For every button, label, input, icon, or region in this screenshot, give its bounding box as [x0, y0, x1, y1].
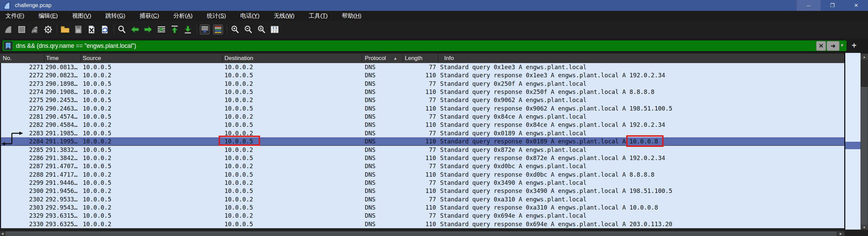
intelligent-scrollbar-minimap[interactable] [845, 53, 861, 230]
cell-dst: 10.0.0.5 [224, 171, 253, 179]
table-row[interactable]: 2287291.4707…10.0.0.510.0.0.2DNS77Standa… [1, 162, 844, 170]
colorize-toggle-icon[interactable] [213, 24, 223, 35]
scrollbar-corner [845, 230, 868, 236]
table-row[interactable]: 2276290.2463…10.0.0.210.0.0.5DNS110Stand… [1, 104, 844, 113]
cell-no: 2329 [1, 212, 43, 220]
packet-list[interactable]: 2271290.0813…10.0.0.510.0.0.2DNS77Standa… [0, 63, 844, 228]
table-row[interactable]: 2303292.9543…10.0.0.210.0.0.5DNS110Stand… [1, 203, 844, 212]
horizontal-scrollbar-thumb[interactable] [5, 232, 837, 236]
capture-restart-icon[interactable] [30, 24, 40, 35]
scroll-up-icon[interactable]: ▲ [861, 54, 868, 60]
file-save-icon[interactable] [73, 24, 83, 35]
table-row[interactable]: 2299291.9446…10.0.0.510.0.0.2DNS77Standa… [1, 179, 844, 187]
restore-button[interactable]: ❐ [821, 0, 844, 11]
minimize-button[interactable]: ─ [797, 0, 821, 11]
table-row[interactable]: 2288291.4717…10.0.0.210.0.0.5DNS110Stand… [1, 171, 844, 179]
cell-dst: 10.0.0.2 [224, 96, 253, 104]
column-header-protocol[interactable]: Protocol [365, 54, 386, 63]
table-row[interactable]: 2274290.1908…10.0.0.210.0.0.5DNS110Stand… [1, 88, 844, 96]
menu-item-5[interactable]: 分析(A) [169, 11, 197, 21]
menu-item-3[interactable]: 跳转(G) [101, 11, 130, 21]
cell-time: 290.0823… [45, 71, 78, 79]
cell-src: 10.0.0.5 [83, 113, 111, 121]
menu-item-10[interactable]: 帮助(H) [337, 11, 367, 21]
cell-dst: 10.0.0.2 [224, 146, 253, 154]
table-row[interactable]: 2285291.3832…10.0.0.510.0.0.2DNS77Standa… [1, 146, 844, 154]
scroll-left-icon[interactable]: ◀ [0, 231, 5, 236]
table-row[interactable]: 2271290.0813…10.0.0.510.0.0.2DNS77Standa… [1, 63, 844, 71]
table-row[interactable]: 2281290.4574…10.0.0.510.0.0.2DNS77Standa… [1, 113, 844, 121]
scroll-right-icon[interactable]: ▶ [837, 231, 844, 236]
vertical-scrollbar-thumb[interactable] [861, 87, 868, 225]
column-header-destination[interactable]: Destination [224, 54, 253, 63]
file-reload-icon[interactable] [100, 24, 110, 35]
table-row[interactable]: 2330293.6325…10.0.0.210.0.0.5DNS110Stand… [1, 220, 844, 228]
bookmark-icon[interactable] [4, 41, 13, 50]
cell-no: 2273 [1, 80, 43, 88]
cell-len: 77 [393, 96, 436, 104]
cell-src: 10.0.0.5 [83, 129, 111, 137]
zoom-in-icon[interactable] [230, 24, 240, 35]
table-row[interactable]: 2275290.2453…10.0.0.510.0.0.2DNS77Standa… [1, 96, 844, 104]
zoom-out-icon[interactable] [243, 24, 253, 35]
column-header-source[interactable]: Source [83, 54, 101, 63]
horizontal-scrollbar[interactable]: ◀ ▶ [0, 231, 868, 236]
menu-item-0[interactable]: 文件(F) [1, 11, 29, 21]
resize-columns-icon[interactable] [270, 24, 280, 35]
filter-dropdown-icon[interactable]: ▼ [840, 43, 844, 48]
cell-src: 10.0.0.2 [83, 71, 111, 79]
cell-dst: 10.0.0.2 [224, 195, 253, 203]
cell-dst: 10.0.0.5 [224, 88, 253, 96]
packet-list-header: No. Time Source Destination Protocol ▲ L… [0, 54, 844, 63]
column-header-no[interactable]: No. [3, 54, 12, 63]
menu-item-6[interactable]: 统计(S) [202, 11, 231, 21]
column-header-info[interactable]: Info [444, 54, 454, 63]
table-row[interactable]: 2300291.9456…10.0.0.210.0.0.5DNS110Stand… [1, 187, 844, 195]
column-header-length[interactable]: Length [405, 54, 422, 63]
display-filter-input[interactable]: dns && (dns.qry.name == "engws.plant.loc… [2, 40, 847, 52]
menu-item-7[interactable]: 电话(Y) [236, 11, 264, 21]
table-row[interactable]: 2286291.3842…10.0.0.210.0.0.5DNS110Stand… [1, 154, 844, 162]
cell-len: 110 [393, 171, 436, 179]
cell-no: 2303 [1, 203, 43, 212]
menu-item-4[interactable]: 捕获(C) [135, 11, 164, 21]
menu-item-1[interactable]: 编辑(E) [34, 11, 63, 21]
go-to-packet-icon[interactable] [156, 24, 166, 35]
filter-clear-icon[interactable]: ✕ [816, 41, 826, 51]
go-last-icon[interactable] [183, 24, 193, 35]
cell-proto: DNS [365, 121, 376, 129]
close-button[interactable]: ✕ [844, 0, 868, 11]
filter-expression: dns && (dns.qry.name == "engws.plant.loc… [16, 42, 136, 50]
scroll-down-icon[interactable]: ▼ [861, 225, 868, 230]
file-close-icon[interactable] [86, 24, 97, 35]
file-open-icon[interactable] [60, 24, 70, 35]
menu-item-8[interactable]: 无线(W) [269, 11, 299, 21]
capture-options-icon[interactable] [43, 24, 53, 35]
column-header-time[interactable]: Time [46, 54, 59, 63]
capture-start-icon[interactable] [3, 24, 14, 35]
table-row[interactable]: 2273290.1898…10.0.0.510.0.0.2DNS77Standa… [1, 80, 844, 88]
cell-len: 110 [393, 71, 436, 79]
vertical-scrollbar[interactable]: ▲ ▼ [861, 54, 868, 230]
cell-len: 110 [393, 154, 436, 162]
table-row-selected[interactable]: 2284291.1995…10.0.0.210.0.0.5DNS110Stand… [1, 137, 844, 145]
table-row[interactable]: 2283291.1985…10.0.0.510.0.0.2DNS77Standa… [1, 129, 844, 137]
menu-item-2[interactable]: 视图(V) [67, 11, 96, 21]
filter-add-button[interactable]: + [852, 41, 856, 50]
cell-time: 290.1898… [45, 80, 78, 88]
table-row[interactable]: 2272290.0823…10.0.0.210.0.0.5DNS110Stand… [1, 71, 844, 79]
table-row[interactable]: 2302292.9533…10.0.0.510.0.0.2DNS77Standa… [1, 195, 844, 203]
filter-apply-icon[interactable]: ➔ [827, 41, 840, 51]
cell-time: 291.1995… [45, 137, 78, 145]
go-back-icon[interactable] [130, 24, 140, 35]
capture-stop-icon[interactable] [17, 24, 27, 35]
go-forward-icon[interactable] [143, 24, 153, 35]
go-first-icon[interactable] [170, 24, 180, 35]
zoom-normal-icon[interactable] [256, 24, 267, 35]
table-row[interactable]: 2282290.4584…10.0.0.210.0.0.5DNS110Stand… [1, 121, 844, 129]
cell-proto: DNS [365, 179, 376, 187]
find-packet-icon[interactable] [117, 24, 127, 35]
auto-scroll-toggle-icon[interactable] [200, 24, 210, 35]
menu-item-9[interactable]: 工具(T) [304, 11, 333, 21]
table-row[interactable]: 2329293.6315…10.0.0.510.0.0.2DNS77Standa… [1, 212, 844, 220]
